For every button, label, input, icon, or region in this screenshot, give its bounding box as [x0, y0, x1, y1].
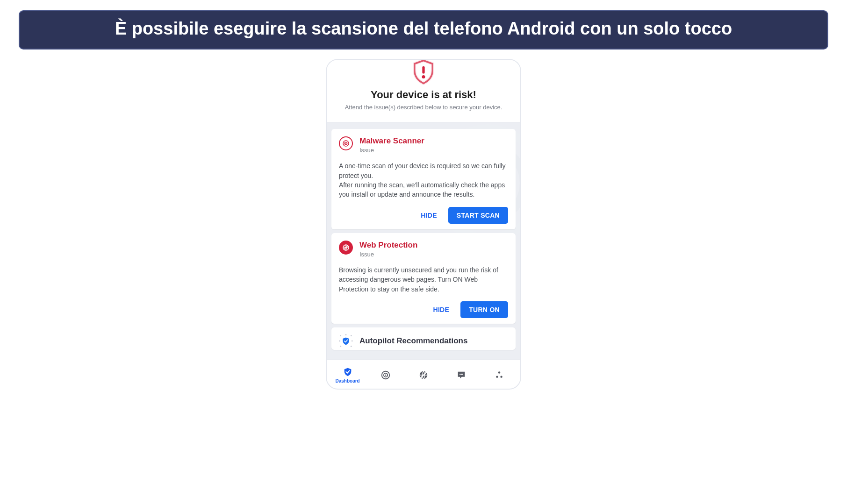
hide-button[interactable]: HIDE [433, 306, 449, 313]
nav-scanner[interactable] [366, 369, 404, 381]
risk-subtitle: Attend the issue(s) described below to s… [334, 104, 513, 111]
card-title: Web Protection [359, 241, 417, 250]
card-body-line1: A one-time scan of your device is requir… [339, 162, 505, 179]
card-body-line1: Browsing is currently unsecured and you … [339, 266, 498, 293]
svg-point-11 [345, 334, 347, 335]
svg-point-12 [351, 335, 352, 336]
card-actions: HIDE START SCAN [339, 207, 508, 224]
card-actions: HIDE TURN ON [339, 301, 508, 318]
svg-point-10 [340, 335, 341, 336]
card-body: Browsing is currently unsecured and you … [339, 265, 508, 294]
svg-point-15 [340, 346, 341, 347]
svg-point-14 [352, 340, 353, 341]
svg-point-7 [345, 143, 346, 144]
card-header: Malware Scanner Issue [339, 136, 508, 154]
scanner-target-icon [380, 369, 391, 381]
malware-scanner-icon [339, 136, 353, 150]
nav-more[interactable] [481, 369, 518, 381]
svg-point-25 [498, 371, 500, 373]
caption-text: È possibile eseguire la scansione del te… [115, 19, 732, 38]
risk-title: Your device is at risk! [334, 89, 513, 101]
cards-area: Malware Scanner Issue A one-time scan of… [327, 122, 520, 360]
card-header: Web Protection Issue [339, 241, 508, 258]
phone-screen: Your device is at risk! Attend the issue… [327, 60, 520, 389]
svg-rect-0 [422, 66, 424, 74]
svg-point-1 [422, 75, 425, 78]
hide-button[interactable]: HIDE [421, 212, 437, 219]
nav-web-protection[interactable] [404, 369, 442, 381]
more-dots-icon [494, 369, 505, 381]
start-scan-button[interactable]: START SCAN [448, 207, 508, 224]
nav-dashboard[interactable]: Dashboard [329, 366, 366, 383]
svg-point-24 [462, 373, 463, 374]
card-body: A one-time scan of your device is requir… [339, 161, 508, 199]
card-body-line2: After running the scan, we'll automatica… [339, 181, 505, 198]
caption-banner: È possibile eseguire la scansione del te… [19, 10, 828, 50]
autopilot-title: Autopilot Recommendations [359, 336, 467, 346]
card-subtitle: Issue [359, 147, 424, 154]
nav-dashboard-label: Dashboard [335, 378, 359, 383]
risk-header: Your device is at risk! Attend the issue… [327, 60, 520, 122]
svg-point-13 [339, 340, 340, 341]
web-protection-icon [339, 241, 353, 255]
card-subtitle: Issue [359, 251, 417, 258]
shield-icon [334, 60, 513, 85]
phone-frame: Your device is at risk! Attend the issue… [327, 60, 520, 389]
globe-blocked-icon [418, 369, 429, 381]
svg-point-23 [461, 373, 462, 374]
svg-point-19 [385, 374, 386, 376]
card-title: Malware Scanner [359, 136, 424, 146]
turn-on-button[interactable]: TURN ON [460, 301, 508, 318]
card-autopilot: Autopilot Recommendations [331, 327, 516, 350]
card-web-protection: Web Protection Issue Browsing is current… [331, 233, 516, 324]
bottom-nav: Dashboard [327, 360, 520, 389]
svg-point-22 [459, 373, 460, 374]
card-malware-scanner: Malware Scanner Issue A one-time scan of… [331, 129, 516, 229]
svg-point-27 [501, 376, 502, 377]
autopilot-icon [339, 334, 353, 348]
nav-scam-alert[interactable] [443, 369, 481, 381]
svg-point-16 [351, 346, 352, 347]
chat-alert-icon [456, 369, 467, 381]
dashboard-shield-icon [342, 366, 353, 377]
svg-point-26 [496, 376, 498, 377]
